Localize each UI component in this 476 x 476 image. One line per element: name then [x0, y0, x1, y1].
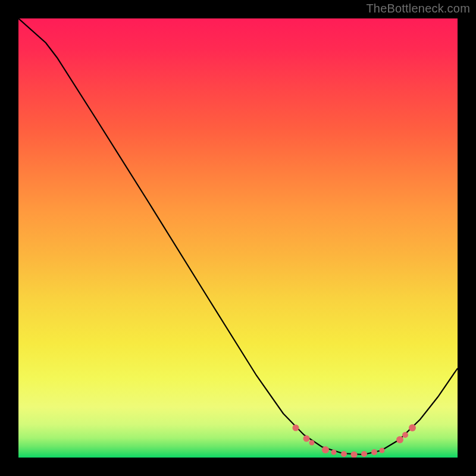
curve-marker — [309, 440, 315, 446]
chart-plot-area — [18, 18, 458, 458]
curve-marker — [322, 446, 329, 453]
gradient-background — [18, 18, 458, 458]
curve-marker — [351, 452, 358, 458]
curve-marker — [341, 451, 347, 457]
curve-marker — [331, 450, 337, 455]
curve-marker — [361, 451, 367, 457]
curve-marker — [303, 436, 310, 442]
curve-marker — [402, 432, 408, 438]
curve-marker — [380, 448, 385, 453]
watermark-text: TheBottleneck.com — [366, 2, 470, 15]
curve-marker — [396, 436, 403, 443]
curve-marker — [293, 425, 299, 431]
curve-marker — [371, 449, 377, 455]
curve-marker — [409, 424, 416, 431]
bottleneck-curve-chart — [18, 18, 458, 458]
